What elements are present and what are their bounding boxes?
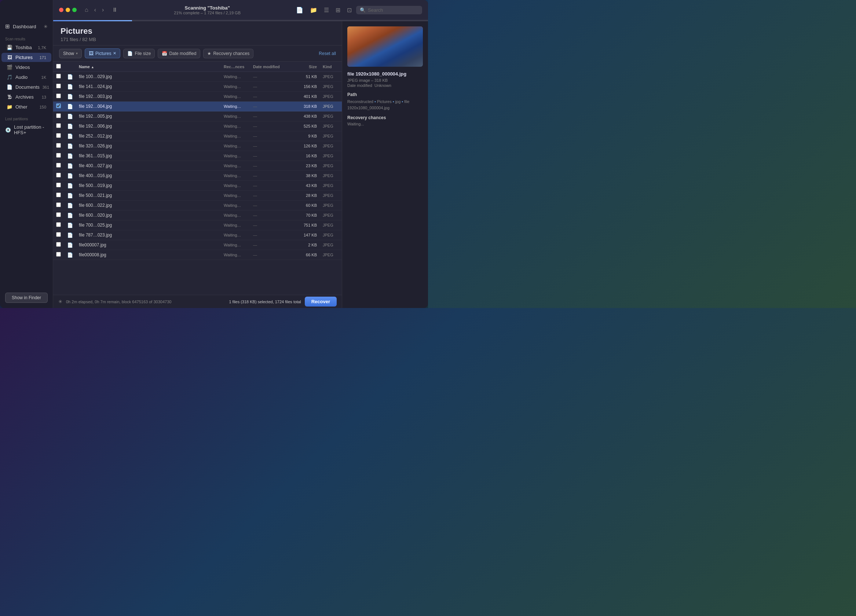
file-size-filter-button[interactable]: 📄 File size (123, 49, 155, 58)
row-checkbox[interactable] (56, 242, 61, 247)
folder-view-button[interactable]: 📁 (308, 5, 319, 15)
sidebar-item-archives[interactable]: 🗜 Archives 13 (2, 92, 51, 102)
sidebar-item-pictures[interactable]: 🖼 Pictures 171 (2, 53, 51, 62)
table-row[interactable]: 📄 file 100…029.jpg Waiting… — 51 KB JPEG (53, 72, 342, 82)
recovery-chances-filter-button[interactable]: ★ Recovery chances (203, 49, 253, 58)
row-checkbox-cell[interactable] (53, 151, 64, 161)
row-checkbox[interactable] (56, 232, 61, 237)
split-view-button[interactable]: ⊡ (345, 5, 354, 15)
sidebar-item-documents[interactable]: 📄 Documents 361 (2, 83, 51, 92)
row-checkbox[interactable] (56, 212, 61, 217)
table-row[interactable]: 📄 file000008.jpg Waiting… — 66 KB JPEG (53, 250, 342, 260)
table-row[interactable]: 📄 file 192…003.jpg Waiting… — 401 KB JPE… (53, 92, 342, 102)
row-checkbox[interactable] (56, 74, 61, 79)
row-checkbox-cell[interactable] (53, 250, 64, 260)
row-size-cell: 51 KB (294, 72, 320, 82)
table-row[interactable]: 📄 file 500…019.jpg Waiting… — 43 KB JPEG (53, 181, 342, 191)
recover-button[interactable]: Recover (305, 297, 337, 306)
row-checkbox-cell[interactable] (53, 161, 64, 171)
table-row[interactable]: 📄 file000007.jpg Waiting… — 2 KB JPEG (53, 240, 342, 250)
table-row[interactable]: 📄 file 600…020.jpg Waiting… — 70 KB JPEG (53, 211, 342, 220)
sidebar-item-dashboard[interactable]: ⊞ Dashboard ✳ (0, 20, 53, 32)
row-checkbox[interactable] (56, 252, 61, 257)
row-checkbox-cell[interactable] (53, 141, 64, 151)
row-checkbox[interactable] (56, 202, 61, 207)
date-header[interactable]: Date modified (250, 62, 294, 72)
row-checkbox[interactable] (56, 183, 61, 187)
row-checkbox-cell[interactable] (53, 171, 64, 181)
close-button[interactable] (59, 8, 63, 12)
row-checkbox-cell[interactable] (53, 82, 64, 92)
row-checkbox[interactable] (56, 103, 61, 108)
table-row[interactable]: 📄 file 141…024.jpg Waiting… — 156 KB JPE… (53, 82, 342, 92)
row-name-cell: file 400…027.jpg (76, 161, 221, 171)
check-all-checkbox[interactable] (56, 64, 61, 69)
row-rec-cell: Waiting… (221, 102, 250, 111)
row-checkbox[interactable] (56, 123, 61, 128)
row-checkbox-cell[interactable] (53, 230, 64, 240)
search-input[interactable] (368, 7, 416, 13)
row-checkbox-cell[interactable] (53, 220, 64, 230)
row-checkbox[interactable] (56, 133, 61, 138)
file-view-button[interactable]: 📄 (294, 5, 305, 15)
row-checkbox-cell[interactable] (53, 102, 64, 111)
size-header[interactable]: Size (294, 62, 320, 72)
sidebar-item-audio[interactable]: 🎵 Audio 1K (2, 72, 51, 82)
row-checkbox-cell[interactable] (53, 211, 64, 220)
row-checkbox-cell[interactable] (53, 122, 64, 131)
back-button[interactable]: ‹ (92, 5, 98, 15)
date-modified-filter-button[interactable]: 📅 Date modified (158, 49, 200, 58)
row-checkbox[interactable] (56, 153, 61, 158)
row-checkbox-cell[interactable] (53, 240, 64, 250)
row-checkbox-cell[interactable] (53, 111, 64, 122)
row-checkbox-cell[interactable] (53, 131, 64, 141)
row-checkbox[interactable] (56, 163, 61, 168)
maximize-button[interactable] (72, 8, 77, 12)
table-row[interactable]: 📄 file 500…021.jpg Waiting… — 28 KB JPEG (53, 191, 342, 200)
table-row[interactable]: 📄 file 361…015.jpg Waiting… — 16 KB JPEG (53, 151, 342, 161)
table-row[interactable]: 📄 file 400…027.jpg Waiting… — 23 KB JPEG (53, 161, 342, 171)
table-row[interactable]: 📄 file 700…025.jpg Waiting… — 751 KB JPE… (53, 220, 342, 230)
pause-button[interactable]: ⏸ (109, 5, 121, 15)
row-checkbox[interactable] (56, 173, 61, 177)
row-checkbox[interactable] (56, 94, 61, 98)
home-button[interactable]: ⌂ (83, 5, 91, 15)
row-checkbox[interactable] (56, 222, 61, 227)
name-header[interactable]: Name ▲ (76, 62, 221, 72)
sidebar-item-toshiba[interactable]: 💾 Toshiba 1,7K (2, 43, 51, 52)
table-row[interactable]: 📄 file 192…006.jpg Waiting… — 525 KB JPE… (53, 122, 342, 131)
row-checkbox[interactable] (56, 83, 61, 88)
row-checkbox[interactable] (56, 113, 61, 118)
table-row[interactable]: 📄 file 192…005.jpg Waiting… — 438 KB JPE… (53, 111, 342, 122)
row-name-cell: file 252…012.jpg (76, 131, 221, 141)
row-checkbox-cell[interactable] (53, 72, 64, 82)
table-row[interactable]: 📄 file 787…023.jpg Waiting… — 147 KB JPE… (53, 230, 342, 240)
row-checkbox[interactable] (56, 192, 61, 197)
forward-button[interactable]: › (100, 5, 106, 15)
row-checkbox-cell[interactable] (53, 200, 64, 211)
reset-all-button[interactable]: Reset all (319, 51, 336, 56)
sidebar-item-lost-hfs[interactable]: 💿 Lost partition - HFS+ (0, 122, 53, 137)
kind-header[interactable]: Kind (320, 62, 342, 72)
scan-results-label: Scan results (0, 32, 53, 43)
table-row[interactable]: 📄 file 600…022.jpg Waiting… — 60 KB JPEG (53, 200, 342, 211)
row-checkbox-cell[interactable] (53, 181, 64, 191)
grid-view-button[interactable]: ⊞ (333, 5, 343, 15)
show-filter-button[interactable]: Show ▾ (59, 49, 82, 58)
pictures-filter-close[interactable]: ✕ (113, 51, 116, 56)
list-view-button[interactable]: ☰ (322, 5, 331, 15)
show-in-finder-button[interactable]: Show in Finder (5, 293, 48, 303)
sidebar-item-videos[interactable]: 🎬 Videos (2, 63, 51, 72)
table-row[interactable]: 📄 file 320…026.jpg Waiting… — 126 KB JPE… (53, 141, 342, 151)
table-row[interactable]: 📄 file 192…004.jpg Waiting… — 318 KB JPE… (53, 102, 342, 111)
row-checkbox-cell[interactable] (53, 191, 64, 200)
row-checkbox-cell[interactable] (53, 92, 64, 102)
sidebar-item-other[interactable]: 📁 Other 150 (2, 102, 51, 111)
rec-header[interactable]: Rec…nces (221, 62, 250, 72)
pictures-filter-chip[interactable]: 🖼 Pictures ✕ (85, 48, 120, 58)
minimize-button[interactable] (66, 8, 70, 12)
check-all-header[interactable] (53, 62, 64, 72)
row-checkbox[interactable] (56, 143, 61, 148)
table-row[interactable]: 📄 file 400…016.jpg Waiting… — 38 KB JPEG (53, 171, 342, 181)
table-row[interactable]: 📄 file 252…012.jpg Waiting… — 9 KB JPEG (53, 131, 342, 141)
